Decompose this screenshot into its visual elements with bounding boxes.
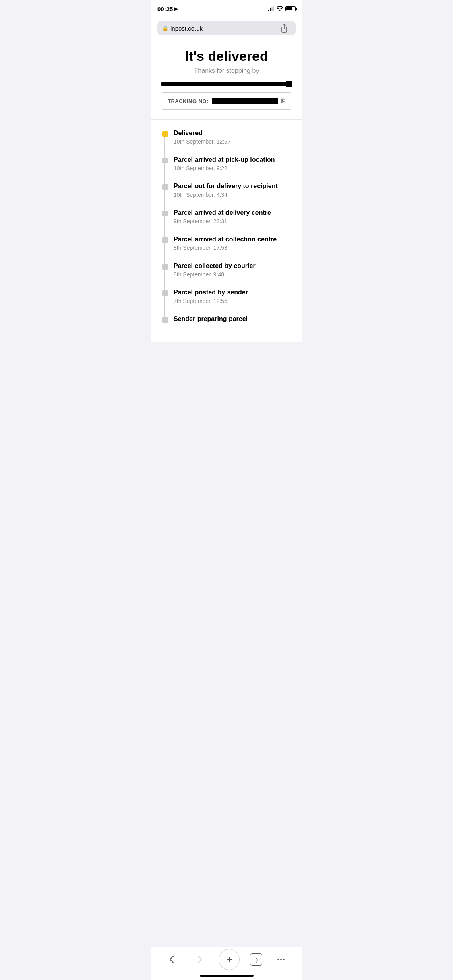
timeline-date: 8th September, 9:48: [174, 271, 292, 278]
timeline-status: Parcel posted by sender: [174, 289, 292, 296]
location-arrow-icon: ▶: [174, 6, 178, 12]
url-bar: 🔒 inpost.co.uk: [151, 18, 302, 40]
timeline-status: Parcel collected by courier: [174, 262, 292, 270]
timeline-date: 9th September, 23:31: [174, 218, 292, 224]
timeline-dot: [162, 290, 168, 296]
timeline-date: 10th September, 9:22: [174, 165, 292, 171]
page-subtitle: Thanks for stopping by: [161, 67, 292, 74]
timeline-dot: [162, 184, 168, 190]
timeline-item: Parcel arrived at pick-up location10th S…: [174, 156, 292, 171]
timeline-status: Parcel arrived at pick-up location: [174, 156, 292, 163]
timeline-item: Parcel posted by sender7th September, 12…: [174, 289, 292, 304]
progress-bar: [161, 82, 292, 86]
lock-icon: 🔒: [162, 25, 168, 31]
timeline-date: 10th September, 12:57: [174, 138, 292, 145]
timeline-status: Delivered: [174, 130, 292, 137]
status-bar: 00:25 ▶: [151, 0, 302, 18]
battery-icon: [285, 6, 296, 11]
status-time: 00:25 ▶: [157, 6, 178, 12]
timeline-dot: [162, 131, 168, 137]
section-divider: [151, 119, 302, 120]
timeline-item: Parcel arrived at collection centre8th S…: [174, 236, 292, 251]
tracking-number-value: [212, 98, 278, 104]
timeline-item: Parcel collected by courier8th September…: [174, 262, 292, 278]
status-icons: [268, 6, 296, 12]
timeline-item: Parcel out for delivery to recipient10th…: [174, 183, 292, 198]
signal-icon: [268, 6, 274, 11]
share-button[interactable]: [278, 22, 291, 35]
tracking-timeline: Delivered10th September, 12:57Parcel arr…: [161, 130, 292, 323]
timeline-item: Parcel arrived at delivery centre9th Sep…: [174, 209, 292, 224]
url-bar-inner[interactable]: 🔒 inpost.co.uk: [157, 21, 296, 35]
timeline-item: Delivered10th September, 12:57: [174, 130, 292, 145]
timeline-dot: [162, 264, 168, 270]
page-title: It's delivered: [161, 48, 292, 64]
timeline-date: 8th September, 17:53: [174, 245, 292, 251]
timeline-status: Parcel arrived at collection centre: [174, 236, 292, 243]
timeline-status: Parcel out for delivery to recipient: [174, 183, 292, 190]
url-display: 🔒 inpost.co.uk: [162, 25, 203, 32]
timeline-status: Parcel arrived at delivery centre: [174, 209, 292, 216]
copy-icon[interactable]: ⎘: [281, 97, 285, 105]
timeline-item: Sender preparing parcel: [174, 315, 292, 323]
timeline-date: 7th September, 12:55: [174, 298, 292, 304]
tracking-label: TRACKING NO:: [168, 98, 209, 104]
progress-thumb: [286, 81, 292, 87]
wifi-icon: [277, 6, 283, 12]
tracking-number-container: TRACKING NO: ⎘: [161, 92, 292, 110]
timeline-dot: [162, 158, 168, 163]
timeline-dot: [162, 317, 168, 323]
timeline-date: 10th September, 4:34: [174, 191, 292, 198]
timeline-dot: [162, 237, 168, 243]
timeline-dot: [162, 211, 168, 216]
main-content: It's delivered Thanks for stopping by TR…: [151, 40, 302, 342]
timeline-status: Sender preparing parcel: [174, 315, 292, 323]
